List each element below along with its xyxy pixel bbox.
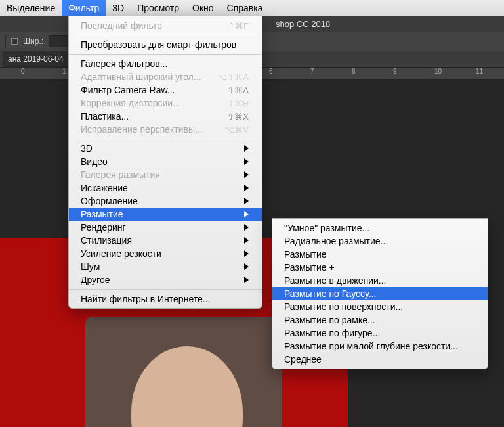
menu-3d[interactable]: 3D xyxy=(106,0,131,16)
menu-item[interactable]: 3D xyxy=(69,142,262,155)
menu-item[interactable]: Шум xyxy=(69,260,262,273)
menu-item-label: Размытие по рамке... xyxy=(284,315,375,325)
menu-фильтр[interactable]: Фильтр xyxy=(62,0,106,16)
menu-item: Коррекция дисторсии...⇧⌘R xyxy=(69,97,262,110)
checkbox[interactable] xyxy=(11,38,18,45)
menu-item-label: Пластика... xyxy=(81,111,129,122)
ruler-tick: 7 xyxy=(310,68,314,75)
menu-item[interactable]: Фильтр Camera Raw...⇧⌘A xyxy=(69,83,262,97)
ruler-tick: 11 xyxy=(476,68,483,75)
menu-item-label: Радиальное размытие... xyxy=(284,236,388,246)
ruler-tick: 0 xyxy=(21,68,25,75)
ruler-tick: 6 xyxy=(269,68,273,75)
menu-выделение[interactable]: Выделение xyxy=(0,0,62,16)
divider xyxy=(69,35,262,35)
menu-item[interactable]: Усиление резкости xyxy=(69,247,262,260)
menu-item-label: Рендеринг xyxy=(81,222,126,233)
menu-справка[interactable]: Справка xyxy=(220,0,270,16)
menu-item[interactable]: Пластика...⇧⌘X xyxy=(69,110,262,123)
shortcut: ⇧⌘A xyxy=(227,85,249,95)
menu-item[interactable]: Искажение xyxy=(69,181,262,194)
submenu-arrow-icon xyxy=(244,211,249,217)
menu-item-label: Галерея размытия xyxy=(81,169,160,180)
shortcut: ⇧⌘X xyxy=(227,112,249,122)
menu-item[interactable]: Оформление xyxy=(69,194,262,208)
shortcut: ⇧⌘R xyxy=(227,99,249,108)
menu-item[interactable]: Размытие при малой глубине резкости... xyxy=(272,340,488,353)
divider xyxy=(69,289,262,290)
menu-item-label: Преобразовать для смарт-фильтров xyxy=(81,39,236,50)
shortcut: ⌥⌘V xyxy=(224,125,249,135)
ruler-tick: 8 xyxy=(352,68,356,75)
menu-item-label: Размытие в движении... xyxy=(284,275,386,286)
shortcut: ⌥⇧⌘A xyxy=(217,72,249,82)
submenu-blur: "Умное" размытие...Радиальное размытие..… xyxy=(272,218,488,369)
menu-item-label: Искажение xyxy=(81,183,128,193)
menu-filter: Последний фильтр⌃⌘FПреобразовать для сма… xyxy=(68,16,262,309)
submenu-arrow-icon xyxy=(244,198,249,204)
menubar: ВыделениеФильтр3DПросмотрОкноСправка xyxy=(0,0,504,16)
menu-item[interactable]: Размытие по Гауссу... xyxy=(272,287,488,300)
menu-item[interactable]: Размытие в движении... xyxy=(272,274,488,287)
submenu-arrow-icon xyxy=(244,145,249,152)
menu-item[interactable]: Галерея фильтров... xyxy=(69,57,262,70)
menu-item[interactable]: Найти фильтры в Интернете... xyxy=(69,292,262,305)
app-title: shop CC 2018 xyxy=(276,19,330,29)
menu-item[interactable]: Среднее xyxy=(272,353,488,366)
menu-item-label: Размытие по поверхности... xyxy=(284,302,403,312)
menu-item: Исправление перспективы...⌥⌘V xyxy=(69,123,262,136)
menu-item[interactable]: "Умное" размытие... xyxy=(272,221,488,235)
menu-item: Последний фильтр⌃⌘F xyxy=(69,19,262,32)
menu-item-label: Оформление xyxy=(81,196,138,206)
menu-item[interactable]: Радиальное размытие... xyxy=(272,235,488,248)
submenu-arrow-icon xyxy=(244,158,249,165)
menu-item[interactable]: Рендеринг xyxy=(69,221,262,234)
menu-item-label: Размытие + xyxy=(284,262,335,273)
menu-item-label: Размытие xyxy=(284,249,327,259)
menu-item: Галерея размытия xyxy=(69,168,262,181)
ruler-tick: 10 xyxy=(434,68,442,75)
divider xyxy=(69,54,262,55)
menu-item[interactable]: Размытие по рамке... xyxy=(272,313,488,326)
menu-item[interactable]: Другое xyxy=(69,273,262,286)
submenu-arrow-icon xyxy=(244,263,249,270)
menu-item-label: Найти фильтры в Интернете... xyxy=(81,294,210,304)
menu-item[interactable]: Размытие по фигуре... xyxy=(272,326,488,340)
menu-item-label: 3D xyxy=(81,143,93,154)
tab-label: ана 2019-06-04 xyxy=(8,55,64,64)
submenu-arrow-icon xyxy=(244,171,249,178)
menu-просмотр[interactable]: Просмотр xyxy=(131,0,186,16)
menu-item[interactable]: Размытие + xyxy=(272,261,488,274)
menu-item-label: Шум xyxy=(81,261,100,272)
menu-item[interactable]: Преобразовать для смарт-фильтров xyxy=(69,38,262,51)
submenu-arrow-icon xyxy=(244,250,249,257)
width-label: Шир.: xyxy=(23,37,43,46)
menu-окно[interactable]: Окно xyxy=(186,0,220,16)
ruler-tick: 1 xyxy=(62,68,66,75)
menu-item-label: Размытие по Гауссу... xyxy=(284,288,376,299)
menu-item-label: Размытие при малой глубине резкости... xyxy=(284,341,458,351)
menu-item-label: Другое xyxy=(81,275,110,285)
menu-item[interactable]: Размытие xyxy=(69,208,262,221)
menu-item-label: Размытие по фигуре... xyxy=(284,328,380,338)
menu-item-label: Галерея фильтров... xyxy=(81,58,167,69)
submenu-arrow-icon xyxy=(244,277,249,283)
menu-item-label: Усиление резкости xyxy=(81,248,161,259)
menu-item[interactable]: Видео xyxy=(69,155,262,168)
menu-item-label: Последний фильтр xyxy=(81,20,162,31)
submenu-arrow-icon xyxy=(244,185,249,191)
menu-item[interactable]: Размытие по поверхности... xyxy=(272,300,488,313)
menu-item-label: Видео xyxy=(81,156,108,167)
menu-item[interactable]: Стилизация xyxy=(69,234,262,247)
submenu-arrow-icon xyxy=(244,224,249,231)
shortcut: ⌃⌘F xyxy=(228,21,249,31)
menu-item: Адаптивный широкий угол...⌥⇧⌘A xyxy=(69,70,262,83)
menu-item-label: Размытие xyxy=(81,209,123,219)
document-tab[interactable]: ана 2019-06-04 xyxy=(3,51,69,67)
menu-item-label: Фильтр Camera Raw... xyxy=(81,85,175,95)
menu-item[interactable]: Размытие xyxy=(272,248,488,261)
menu-item-label: Среднее xyxy=(284,354,322,365)
divider xyxy=(69,139,262,139)
menu-item-label: Исправление перспективы... xyxy=(81,124,203,135)
ruler-tick: 9 xyxy=(393,68,397,75)
